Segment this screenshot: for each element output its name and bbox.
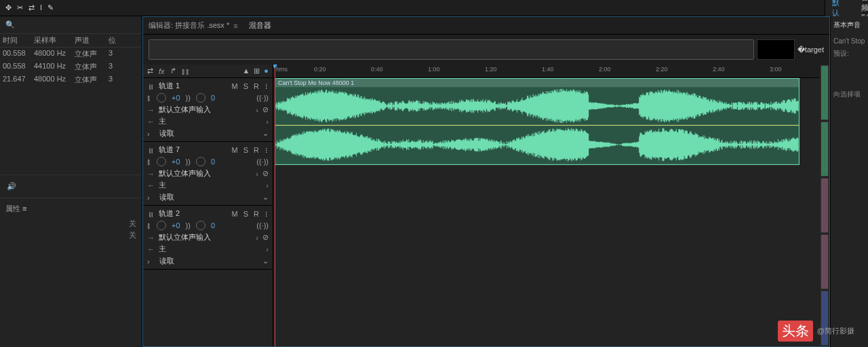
mute-button[interactable]: M [232, 146, 238, 154]
volume-value[interactable]: +0 [172, 94, 180, 102]
input-icon: → [147, 170, 155, 178]
track-color[interactable] [821, 122, 829, 177]
pan-knob[interactable] [196, 221, 205, 230]
move-tool-icon[interactable]: ✥ [5, 3, 12, 12]
meter-icon: ((·)) [256, 158, 269, 166]
meter-icon: ((·)) [256, 221, 269, 230]
chevron-down-icon[interactable]: ⌄ [262, 193, 269, 202]
track-color-bar [820, 65, 829, 346]
col-bit[interactable]: 位 [108, 35, 122, 45]
record-button[interactable]: R [254, 146, 259, 154]
pan-knob[interactable] [196, 93, 205, 103]
preview-icon[interactable]: 🔊 [0, 175, 142, 198]
track-handle-icon[interactable]: ⫼ [147, 210, 155, 218]
track-name[interactable]: 轨道 7 [159, 145, 180, 155]
audio-clip[interactable]: Can't Stop Me Now 48000 1 [275, 78, 800, 165]
cut-tool-icon[interactable]: ✂ [17, 3, 23, 12]
mono-icon[interactable]: ⊘ [262, 233, 269, 242]
track-header[interactable]: ⫼轨道 2 MSR⫶ ⫿+0 ))0 ((·)) →默认立体声输入›⊘ ←主› … [143, 206, 273, 270]
monitor-icon[interactable]: ⫶ [264, 146, 269, 154]
col-time[interactable]: 时间 [0, 35, 34, 45]
volume-value[interactable]: +0 [172, 221, 180, 230]
track-name[interactable]: 轨道 2 [159, 208, 180, 219]
file-row[interactable]: 00.558 48000 Hz 立体声 3 [0, 48, 142, 60]
metronome-icon[interactable]: ▲ [242, 67, 250, 75]
file-row[interactable]: 21.647 48000 Hz 立体声 3 [0, 73, 142, 86]
solo-button[interactable]: S [243, 82, 248, 90]
track-header[interactable]: ⫼轨道 1 MSR⫶ ⫿+0 ))0 ((·)) →默认立体声输入›⊘ ←主› … [143, 78, 273, 142]
solo-button[interactable]: S [243, 146, 248, 154]
mono-icon[interactable]: ⊘ [262, 169, 269, 178]
monitor-icon[interactable]: ⫶ [264, 82, 269, 90]
monitor-icon[interactable]: ⫶ [264, 210, 269, 218]
output-select[interactable]: 主 [159, 180, 262, 190]
pan-knob[interactable] [196, 157, 205, 166]
mute-button[interactable]: M [232, 82, 238, 90]
record-button[interactable]: R [254, 82, 259, 90]
track-handle-icon[interactable]: ⫼ [147, 146, 155, 154]
solo-button[interactable]: S [243, 210, 248, 218]
tab-mixer[interactable]: 混音器 [249, 20, 271, 31]
chevron-icon[interactable]: › [266, 181, 269, 189]
chevron-icon[interactable]: › [266, 245, 269, 253]
pan-value[interactable]: 0 [211, 158, 215, 166]
overview-navigator[interactable] [149, 39, 754, 60]
track-handle-icon[interactable]: ⫼ [147, 82, 155, 90]
editor-panel: 编辑器: 拼接音乐 .sesx *≡ 混音器 �target ⇄ fx ↱ ⫿⫿… [142, 16, 830, 347]
chevron-down-icon[interactable]: ⌄ [262, 129, 269, 138]
chevron-icon[interactable]: › [256, 106, 258, 114]
volume-knob[interactable] [157, 157, 166, 166]
chevron-icon[interactable]: › [256, 170, 258, 178]
tool-icons: ✥ ✂ ⇄ I ✎ [5, 3, 54, 12]
pan-value[interactable]: 0 [211, 221, 215, 230]
chevron-icon[interactable]: › [256, 234, 258, 242]
loop-icon[interactable]: ⇄ [147, 67, 153, 75]
automation-select[interactable]: 读取 [150, 128, 262, 139]
automation-select[interactable]: 读取 [150, 192, 262, 202]
col-channel[interactable]: 声道 [75, 35, 108, 45]
ruler-tick: 1:20 [485, 66, 497, 73]
search-input[interactable] [18, 21, 136, 29]
mute-button[interactable]: M [232, 210, 238, 218]
input-select[interactable]: 默认立体声输入 [159, 105, 252, 115]
volume-value[interactable]: +0 [172, 158, 180, 166]
output-select[interactable]: 主 [159, 116, 262, 126]
track-color[interactable] [821, 234, 829, 289]
track-color[interactable] [821, 65, 829, 120]
brush-tool-icon[interactable]: ✎ [47, 3, 54, 12]
track-color[interactable] [821, 178, 829, 233]
eq-icon[interactable]: ⫿⫿ [182, 67, 190, 75]
zoom-icon[interactable]: �target [797, 45, 824, 54]
chevron-down-icon[interactable]: ⌄ [262, 257, 269, 266]
input-select[interactable]: 默认立体声输入 [159, 168, 252, 179]
track-name[interactable]: 轨道 1 [159, 81, 180, 91]
tab-editor[interactable]: 编辑器: 拼接音乐 .sesx *≡ [149, 20, 238, 31]
overview-mini[interactable] [757, 39, 795, 60]
send-icon[interactable]: ↱ [170, 67, 176, 75]
time-tool-icon[interactable]: I [40, 3, 42, 12]
input-icon: → [147, 106, 155, 114]
ruler-tick: 0:20 [314, 66, 326, 73]
volume-knob[interactable] [157, 221, 166, 230]
file-row[interactable]: 00.558 44100 Hz 立体声 3 [0, 60, 142, 73]
track-header[interactable]: ⫼轨道 7 MSR⫶ ⫿+0 ))0 ((·)) →默认立体声输入›⊘ ←主› … [143, 142, 273, 206]
slip-tool-icon[interactable]: ⇄ [28, 3, 35, 12]
search-bar: 🔍 [0, 16, 142, 33]
output-select[interactable]: 主 [159, 244, 262, 254]
pan-value[interactable]: 0 [211, 94, 215, 102]
playhead-icon[interactable]: ● [264, 67, 269, 75]
time-ruler[interactable]: hms 0:200:401:001:201:402:002:202:403:00 [273, 65, 820, 78]
tab-menu-icon[interactable]: ≡ [233, 22, 237, 30]
automation-select[interactable]: 读取 [150, 256, 262, 266]
record-button[interactable]: R [254, 210, 259, 218]
preset-label[interactable]: 预设: [833, 47, 865, 60]
chevron-icon[interactable]: › [266, 117, 269, 126]
timeline[interactable]: hms 0:200:401:001:201:402:002:202:403:00… [273, 65, 820, 346]
playhead[interactable] [275, 65, 275, 346]
fx-icon[interactable]: fx [159, 67, 165, 75]
snap-icon[interactable]: ⊞ [254, 67, 260, 75]
volume-knob[interactable] [157, 93, 166, 103]
mono-icon[interactable]: ⊘ [262, 105, 269, 114]
input-select[interactable]: 默认立体声输入 [159, 232, 252, 242]
col-rate[interactable]: 采样率 [34, 35, 75, 45]
